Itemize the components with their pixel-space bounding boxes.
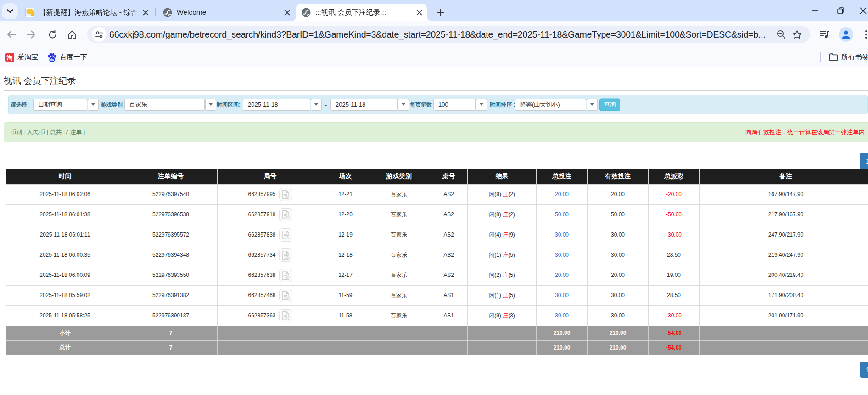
close-icon (860, 7, 867, 14)
total-remark (700, 340, 868, 355)
browser-menu-button[interactable] (861, 27, 868, 42)
result-banker-points: (2) (508, 211, 515, 218)
game-kind-dropdown-button[interactable] (205, 99, 216, 111)
tab-close-icon[interactable] (282, 7, 292, 17)
cell-total-bet[interactable]: 30.00 (537, 245, 588, 265)
cell-game-kind: 百家乐 (368, 285, 430, 305)
cell-time: 2025-11-18 06:01:11 (6, 225, 124, 245)
tab-betrecord-active[interactable]: :::视讯 会员下注纪录::: (296, 4, 427, 21)
total-row: 总计7210.00210.00-54.00 (6, 340, 868, 355)
cell-total-bet[interactable]: 20.00 (537, 184, 588, 204)
video-replay-button[interactable] (279, 309, 292, 322)
cell-time: 2025-11-18 05:58:25 (6, 305, 124, 326)
video-replay-button[interactable] (279, 208, 292, 221)
tab-close-icon[interactable] (414, 7, 424, 17)
result-banker-points: (5) (508, 292, 515, 299)
media-controls-button[interactable] (817, 27, 832, 42)
window-minimize-button[interactable] (808, 0, 822, 21)
total-label: 总计 (6, 340, 124, 355)
tab-title: :::视讯 会员下注纪录::: (315, 8, 411, 17)
bookmark-baidu[interactable]: du 百度一下 (48, 51, 87, 63)
result-player: 闲 (489, 312, 494, 319)
summary-text: 币别 : 人民币 | 总共 :7 注单 | (10, 128, 85, 136)
video-replay-button[interactable] (279, 228, 292, 242)
tab-close-icon[interactable] (140, 7, 151, 17)
new-tab-button[interactable] (433, 6, 447, 19)
result-player: 闲 (489, 292, 494, 299)
cell-game-kind: 百家乐 (368, 265, 430, 285)
video-file-icon (281, 291, 291, 300)
page-size-input[interactable]: 100 (433, 99, 476, 111)
taobao-icon: 淘 (5, 53, 14, 62)
pagination-page-1[interactable]: 1 (860, 362, 868, 378)
column-header: 游戏类别 (368, 169, 430, 184)
result-player-points: (1) (494, 292, 501, 299)
total-result (468, 340, 537, 355)
round-cell: 662857838 (218, 228, 323, 242)
date-end-dropdown-button[interactable] (398, 99, 409, 111)
time-sort-input[interactable]: 降幂(由大到小) (515, 99, 586, 111)
result-banker: 庄 (503, 231, 508, 238)
round-cell: 662857734 (218, 248, 323, 262)
forum-favicon-icon (25, 8, 34, 17)
result-player-points: (2) (494, 272, 501, 278)
bookmark-taobao[interactable]: 淘 爱淘宝 (5, 51, 38, 63)
column-header: 局号 (218, 169, 323, 184)
date-start-input[interactable]: 2025-11-18 (243, 99, 310, 111)
cell-remark: 167.90/147.90 (700, 184, 868, 204)
result-banker-points: (5) (508, 272, 515, 278)
caret-down-icon (402, 103, 405, 106)
result-banker: 庄 (503, 211, 508, 218)
result-player-points: (9) (494, 191, 501, 198)
cell-total-bet[interactable]: 30.00 (537, 225, 588, 245)
date-end-input[interactable]: 2025-11-18 (330, 99, 398, 111)
column-header: 桌号 (430, 169, 468, 184)
video-file-icon-svg (281, 311, 291, 321)
cell-session: 12-21 (323, 184, 368, 204)
restore-icon (837, 7, 844, 14)
window-close-button[interactable] (856, 0, 868, 21)
date-start-dropdown-button[interactable] (311, 99, 322, 111)
search-button[interactable]: 查询 (599, 98, 620, 111)
cell-total-bet[interactable]: 20.00 (537, 265, 588, 285)
cell-time: 2025-11-18 06:02:06 (6, 184, 124, 204)
table-head: 时间注单编号局号场次游戏类别桌号结果总投注有效投注总派彩备注 (6, 169, 868, 184)
cell-result: 闲(8) 庄(2) (468, 204, 537, 225)
tab-search-button[interactable] (2, 3, 18, 19)
game-kind-input[interactable]: 百家乐 (124, 99, 205, 111)
total-session (323, 340, 368, 355)
plus-icon (437, 9, 444, 16)
summary-note: 同局有效投注，统一计算在该局第一张注单内 (745, 128, 865, 136)
select-type-dropdown-button[interactable] (88, 99, 99, 111)
cell-total-bet[interactable]: 50.00 (537, 204, 588, 225)
cell-bet-id: 522976391382 (124, 285, 218, 305)
video-replay-button[interactable] (279, 289, 292, 302)
profile-avatar-button[interactable] (838, 27, 854, 42)
result-player: 闲 (489, 231, 494, 238)
video-replay-button[interactable] (279, 188, 292, 201)
cell-total-bet[interactable]: 30.00 (537, 285, 588, 305)
video-replay-button[interactable] (279, 248, 292, 262)
cell-remark: 219.40/247.90 (700, 245, 868, 265)
subtotal-remark (700, 326, 868, 340)
cell-payout: -30.00 (649, 225, 700, 245)
select-type-input[interactable]: 日期查询 (33, 99, 87, 111)
page-size-dropdown-button[interactable] (476, 99, 487, 111)
round-cell: 662857638 (218, 269, 323, 282)
cell-total-bet[interactable]: 30.00 (537, 305, 588, 326)
cell-bet-id: 522976394348 (124, 245, 218, 265)
tab-forum[interactable]: 【新提醒】海燕策略论坛 - 综合 (22, 4, 153, 21)
subtotal-label: 小计 (6, 326, 124, 340)
result-player-points: (9) (494, 312, 501, 319)
pagination-page-1[interactable]: 1 (860, 153, 868, 169)
all-bookmarks-button[interactable]: 所有书签 (829, 51, 868, 63)
round-number: 662857363 (248, 312, 275, 319)
result-player-points: (4) (494, 231, 501, 238)
time-sort-dropdown-button[interactable] (587, 99, 598, 111)
round-cell: 662857468 (218, 289, 323, 302)
window-restore-button[interactable] (834, 0, 847, 21)
tab-welcome[interactable]: Welcome (157, 4, 295, 21)
result-banker: 庄 (503, 312, 508, 319)
video-replay-button[interactable] (279, 269, 292, 282)
cell-payout: -20.00 (649, 184, 700, 204)
